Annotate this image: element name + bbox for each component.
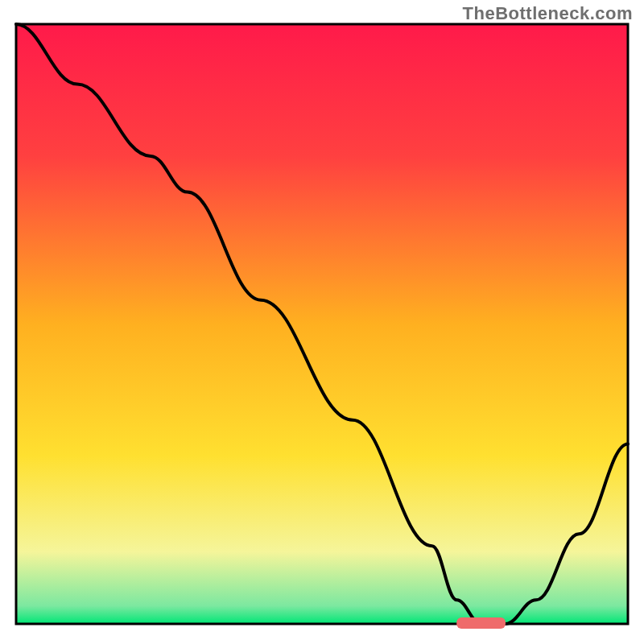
optimal-marker	[456, 617, 506, 629]
chart-svg	[0, 0, 644, 644]
plot-background	[16, 24, 628, 624]
bottleneck-chart: TheBottleneck.com	[0, 0, 644, 644]
